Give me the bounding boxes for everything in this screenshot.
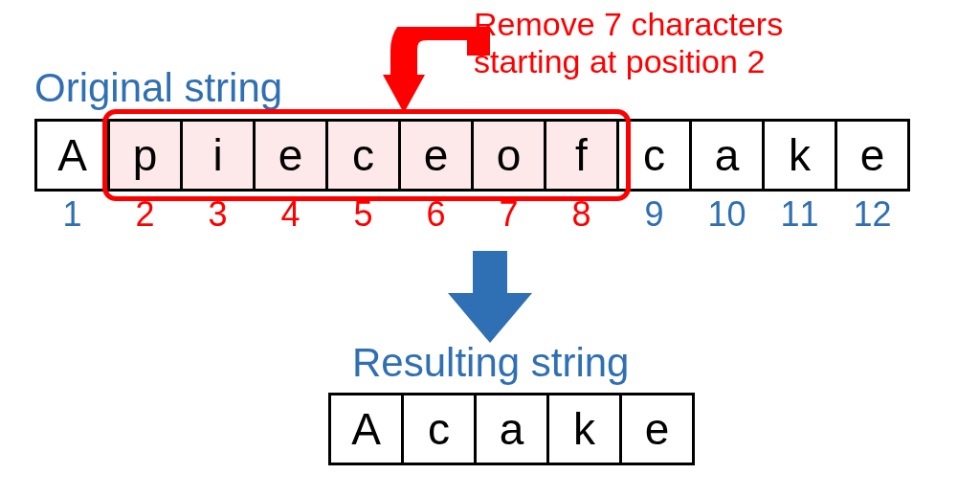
orig-cell-6: e <box>398 119 474 192</box>
orig-cell-12: e <box>835 119 910 192</box>
orig-cell-7: o <box>471 119 546 192</box>
original-string-row: Apieceofcake <box>34 119 907 192</box>
index-4: 4 <box>253 195 328 234</box>
result-cell-4: k <box>546 393 622 465</box>
svg-marker-0 <box>383 75 425 113</box>
remove-annotation: Remove 7 characters starting at position… <box>474 6 783 80</box>
index-9: 9 <box>616 195 692 234</box>
curved-arrow-icon <box>375 27 490 123</box>
index-5: 5 <box>325 195 401 234</box>
orig-cell-5: c <box>325 119 401 192</box>
svg-marker-1 <box>448 251 532 343</box>
index-10: 10 <box>689 195 765 234</box>
result-cell-5: e <box>619 393 695 465</box>
down-arrow-icon <box>448 251 532 343</box>
remove-annotation-line2: starting at position 2 <box>474 43 783 80</box>
result-cell-1: A <box>328 393 404 465</box>
orig-cell-10: a <box>689 119 765 192</box>
resulting-string-heading: Resulting string <box>352 340 629 386</box>
orig-cell-8: f <box>544 119 619 192</box>
orig-cell-3: i <box>180 119 256 192</box>
orig-cell-2: p <box>107 119 183 192</box>
index-11: 11 <box>762 195 837 234</box>
index-8: 8 <box>544 195 619 234</box>
result-cell-2: c <box>401 393 477 465</box>
original-string-heading: Original string <box>34 65 282 111</box>
resulting-string-row: Acake <box>328 393 692 465</box>
orig-cell-4: e <box>253 119 328 192</box>
index-3: 3 <box>180 195 256 234</box>
index-6: 6 <box>398 195 474 234</box>
index-12: 12 <box>835 195 910 234</box>
index-1: 1 <box>34 195 110 234</box>
orig-cell-11: k <box>762 119 837 192</box>
result-cell-3: a <box>474 393 549 465</box>
index-2: 2 <box>107 195 183 234</box>
index-7: 7 <box>471 195 546 234</box>
orig-cell-1: A <box>34 119 110 192</box>
index-row: 123456789101112 <box>34 195 907 234</box>
orig-cell-9: c <box>616 119 692 192</box>
remove-annotation-line1: Remove 7 characters <box>474 6 783 43</box>
